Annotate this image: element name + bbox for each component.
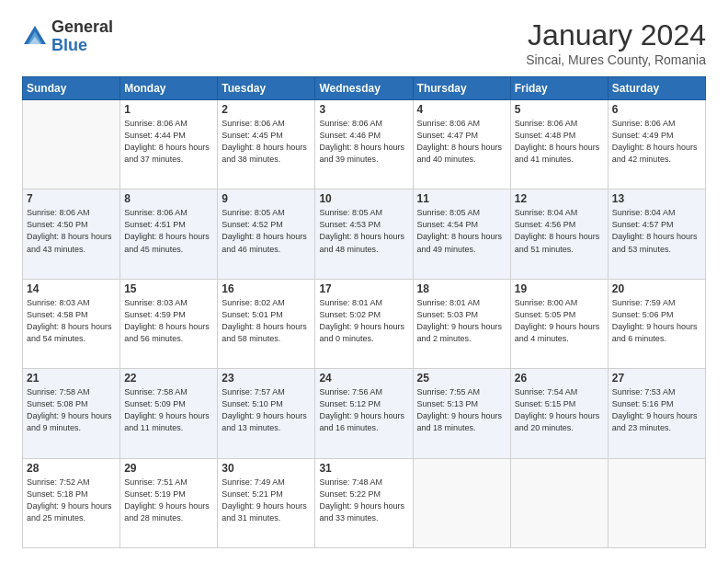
day-detail-line: Sunset: 5:13 PM [417,399,479,408]
day-detail-line: Daylight: 9 hours hours [612,322,698,331]
day-detail-line: Daylight: 8 hours hours [417,232,503,241]
day-detail-line: Sunset: 4:49 PM [612,131,674,140]
subtitle: Sincai, Mures County, Romania [526,52,706,67]
day-detail-line: Sunrise: 7:48 AM [319,477,382,487]
day-info: Sunrise: 8:06 AMSunset: 4:44 PMDaylight:… [124,118,213,166]
calendar-cell: 11Sunrise: 8:05 AMSunset: 4:54 PMDayligh… [413,190,510,279]
day-detail-line: Sunset: 5:15 PM [515,399,576,408]
daylight-minutes: and 11 minutes. [124,423,183,432]
day-number: 26 [515,372,604,385]
day-detail-line: Sunrise: 8:04 AM [515,208,578,217]
day-number: 25 [417,372,506,385]
day-detail-line: Daylight: 9 hours hours [319,411,404,420]
header: General Blue January 2024 Sincai, Mures … [22,18,706,67]
day-detail-line: Daylight: 8 hours hours [124,232,210,241]
day-detail-line: Sunset: 4:46 PM [319,131,381,140]
day-detail-line: Sunset: 5:05 PM [515,310,576,319]
daylight-minutes: and 58 minutes. [222,334,280,343]
day-detail-line: Daylight: 8 hours hours [515,232,600,241]
day-info: Sunrise: 7:51 AMSunset: 5:19 PMDaylight:… [124,477,213,524]
day-info: Sunrise: 8:05 AMSunset: 4:54 PMDaylight:… [417,207,506,255]
calendar-header-wednesday: Wednesday [315,77,413,100]
day-detail-line: Sunrise: 7:58 AM [27,387,90,396]
day-detail-line: Daylight: 8 hours hours [222,232,307,241]
daylight-minutes: and 46 minutes. [222,245,280,254]
calendar-cell: 10Sunrise: 8:05 AMSunset: 4:53 PMDayligh… [315,190,413,279]
daylight-minutes: and 33 minutes. [319,513,378,523]
day-detail-line: Sunset: 5:16 PM [612,399,674,408]
day-detail-line: Sunrise: 8:06 AM [319,119,382,128]
day-detail-line: Sunrise: 8:01 AM [417,298,481,307]
day-detail-line: Sunset: 4:54 PM [417,220,479,229]
calendar-week-5: 28Sunrise: 7:52 AMSunset: 5:18 PMDayligh… [23,458,706,547]
day-detail-line: Sunrise: 8:05 AM [417,208,481,217]
calendar-cell: 15Sunrise: 8:03 AMSunset: 4:59 PMDayligh… [120,279,218,368]
day-info: Sunrise: 8:06 AMSunset: 4:47 PMDaylight:… [417,118,506,166]
daylight-minutes: and 9 minutes. [27,423,81,432]
calendar-cell: 16Sunrise: 8:02 AMSunset: 5:01 PMDayligh… [218,279,315,368]
day-detail-line: Sunrise: 7:58 AM [124,387,188,396]
day-detail-line: Daylight: 8 hours hours [124,322,210,331]
day-detail-line: Sunset: 4:48 PM [515,131,576,140]
day-detail-line: Daylight: 9 hours hours [612,411,698,420]
calendar-cell: 7Sunrise: 8:06 AMSunset: 4:50 PMDaylight… [23,190,120,279]
calendar-cell: 14Sunrise: 8:03 AMSunset: 4:58 PMDayligh… [23,279,120,368]
day-number: 11 [417,192,506,205]
calendar-cell: 19Sunrise: 8:00 AMSunset: 5:05 PMDayligh… [510,279,608,368]
day-number: 20 [612,282,701,295]
day-number: 4 [417,103,506,116]
day-detail-line: Sunset: 4:45 PM [222,131,283,140]
calendar-header-row: SundayMondayTuesdayWednesdayThursdayFrid… [23,77,706,100]
day-number: 14 [27,282,116,295]
day-detail-line: Sunrise: 8:01 AM [319,298,382,307]
day-detail-line: Sunrise: 8:05 AM [319,208,382,217]
day-detail-line: Sunset: 4:57 PM [612,220,674,229]
day-info: Sunrise: 8:06 AMSunset: 4:50 PMDaylight:… [27,207,116,255]
day-detail-line: Sunset: 4:58 PM [27,310,88,319]
day-info: Sunrise: 8:06 AMSunset: 4:45 PMDaylight:… [222,118,311,166]
day-detail-line: Sunset: 4:53 PM [319,220,381,229]
day-detail-line: Daylight: 9 hours hours [515,322,600,331]
day-detail-line: Sunrise: 7:57 AM [222,387,285,396]
daylight-minutes: and 41 minutes. [515,155,574,164]
day-info: Sunrise: 8:01 AMSunset: 5:02 PMDaylight:… [319,297,408,345]
day-detail-line: Sunrise: 8:03 AM [124,298,188,307]
day-number: 27 [612,372,701,385]
daylight-minutes: and 51 minutes. [515,245,574,254]
day-detail-line: Sunset: 5:18 PM [27,489,88,499]
day-number: 5 [515,103,604,116]
day-detail-line: Sunrise: 8:06 AM [124,119,188,128]
daylight-minutes: and 31 minutes. [222,513,280,523]
day-detail-line: Sunset: 5:06 PM [612,310,674,319]
calendar-cell: 18Sunrise: 8:01 AMSunset: 5:03 PMDayligh… [413,279,510,368]
calendar-cell: 24Sunrise: 7:56 AMSunset: 5:12 PMDayligh… [315,369,413,458]
day-detail-line: Daylight: 9 hours hours [124,501,210,511]
day-number: 10 [319,192,408,205]
day-detail-line: Sunrise: 7:55 AM [417,387,481,396]
calendar-cell: 20Sunrise: 7:59 AMSunset: 5:06 PMDayligh… [608,279,705,368]
calendar-cell: 22Sunrise: 7:58 AMSunset: 5:09 PMDayligh… [120,369,218,458]
day-info: Sunrise: 7:57 AMSunset: 5:10 PMDaylight:… [222,386,311,434]
day-number: 29 [124,462,213,475]
day-number: 22 [124,372,213,385]
logo-icon [22,24,48,50]
day-detail-line: Daylight: 9 hours hours [417,322,503,331]
day-number: 17 [319,282,408,295]
day-info: Sunrise: 7:52 AMSunset: 5:18 PMDaylight:… [27,477,116,524]
daylight-minutes: and 49 minutes. [417,245,476,254]
daylight-minutes: and 45 minutes. [124,245,183,254]
day-number: 12 [515,192,604,205]
daylight-minutes: and 6 minutes. [612,334,666,343]
daylight-minutes: and 20 minutes. [515,423,574,432]
day-info: Sunrise: 7:58 AMSunset: 5:08 PMDaylight:… [27,386,116,434]
daylight-minutes: and 18 minutes. [417,423,476,432]
day-info: Sunrise: 8:04 AMSunset: 4:56 PMDaylight:… [515,207,604,255]
day-detail-line: Sunset: 4:44 PM [124,131,186,140]
day-detail-line: Daylight: 8 hours hours [27,232,112,241]
calendar-week-1: 1Sunrise: 8:06 AMSunset: 4:44 PMDaylight… [23,100,706,190]
day-detail-line: Sunset: 5:02 PM [319,310,381,319]
day-detail-line: Sunrise: 7:56 AM [319,387,382,396]
day-detail-line: Daylight: 9 hours hours [222,411,307,420]
day-detail-line: Daylight: 8 hours hours [27,322,112,331]
day-number: 13 [612,192,701,205]
